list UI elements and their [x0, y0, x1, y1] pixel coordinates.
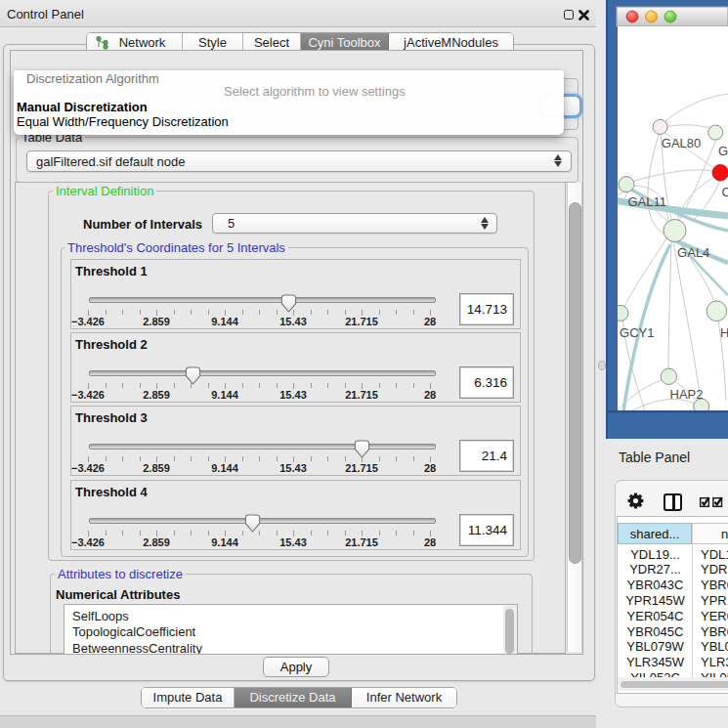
svg-text:H: H — [720, 325, 728, 340]
svg-text:C: C — [721, 185, 728, 199]
svg-text:HAP2: HAP2 — [670, 387, 704, 402]
svg-text:GAL80: GAL80 — [662, 136, 701, 150]
svg-text:GAL4: GAL4 — [677, 245, 709, 260]
svg-text:GA: GA — [718, 144, 728, 158]
svg-text:GCY1: GCY1 — [620, 325, 654, 340]
svg-text:GAL11: GAL11 — [628, 194, 667, 209]
